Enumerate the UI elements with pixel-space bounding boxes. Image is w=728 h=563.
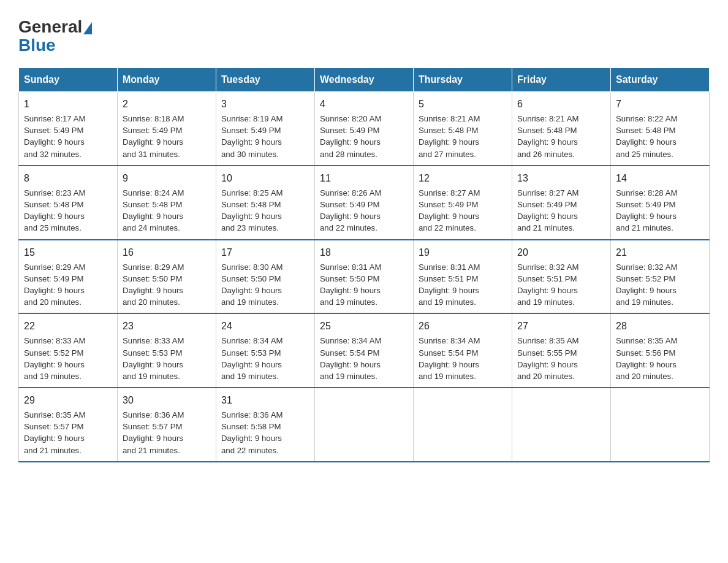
- day-number: 2: [123, 97, 211, 111]
- calendar-cell: 26Sunrise: 8:34 AMSunset: 5:54 PMDayligh…: [414, 313, 512, 388]
- day-number: 20: [517, 245, 605, 259]
- day-number: 31: [221, 393, 309, 407]
- weekday-header-saturday: Saturday: [611, 68, 710, 92]
- logo-triangle-icon: [83, 22, 92, 34]
- day-number: 3: [221, 97, 309, 111]
- calendar-cell: 11Sunrise: 8:26 AMSunset: 5:49 PMDayligh…: [315, 166, 414, 240]
- calendar-cell: 5Sunrise: 8:21 AMSunset: 5:48 PMDaylight…: [414, 92, 512, 166]
- calendar-table: SundayMondayTuesdayWednesdayThursdayFrid…: [18, 67, 710, 462]
- day-number: 30: [123, 393, 211, 407]
- day-info: Sunrise: 8:27 AMSunset: 5:49 PMDaylight:…: [419, 187, 507, 234]
- calendar-cell: [414, 388, 512, 462]
- day-info: Sunrise: 8:27 AMSunset: 5:49 PMDaylight:…: [517, 187, 605, 234]
- day-info: Sunrise: 8:36 AMSunset: 5:57 PMDaylight:…: [123, 409, 211, 456]
- day-info: Sunrise: 8:34 AMSunset: 5:54 PMDaylight:…: [320, 335, 408, 382]
- day-number: 7: [616, 97, 704, 111]
- day-info: Sunrise: 8:32 AMSunset: 5:51 PMDaylight:…: [517, 261, 605, 308]
- day-info: Sunrise: 8:17 AMSunset: 5:49 PMDaylight:…: [24, 113, 112, 160]
- day-info: Sunrise: 8:31 AMSunset: 5:51 PMDaylight:…: [419, 261, 507, 308]
- page-header: General Blue: [18, 18, 710, 55]
- calendar-cell: 10Sunrise: 8:25 AMSunset: 5:48 PMDayligh…: [216, 166, 315, 240]
- calendar-cell: 17Sunrise: 8:30 AMSunset: 5:50 PMDayligh…: [216, 240, 315, 314]
- day-info: Sunrise: 8:28 AMSunset: 5:49 PMDaylight:…: [616, 187, 704, 234]
- week-row-2: 8Sunrise: 8:23 AMSunset: 5:48 PMDaylight…: [19, 166, 710, 240]
- day-number: 23: [123, 319, 211, 333]
- day-info: Sunrise: 8:35 AMSunset: 5:55 PMDaylight:…: [517, 335, 605, 382]
- logo-blue-text: Blue: [18, 36, 56, 55]
- day-info: Sunrise: 8:36 AMSunset: 5:58 PMDaylight:…: [221, 409, 309, 456]
- calendar-cell: 21Sunrise: 8:32 AMSunset: 5:52 PMDayligh…: [611, 240, 710, 314]
- calendar-cell: 24Sunrise: 8:34 AMSunset: 5:53 PMDayligh…: [216, 313, 315, 388]
- day-info: Sunrise: 8:35 AMSunset: 5:56 PMDaylight:…: [616, 335, 704, 382]
- day-number: 14: [616, 171, 704, 185]
- day-number: 11: [320, 171, 408, 185]
- logo: General Blue: [18, 18, 93, 55]
- weekday-header-monday: Monday: [118, 68, 216, 92]
- calendar-cell: 28Sunrise: 8:35 AMSunset: 5:56 PMDayligh…: [611, 313, 710, 388]
- calendar-cell: [611, 388, 710, 462]
- calendar-cell: 14Sunrise: 8:28 AMSunset: 5:49 PMDayligh…: [611, 166, 710, 240]
- day-number: 5: [419, 97, 507, 111]
- calendar-cell: 27Sunrise: 8:35 AMSunset: 5:55 PMDayligh…: [512, 313, 611, 388]
- day-info: Sunrise: 8:32 AMSunset: 5:52 PMDaylight:…: [616, 261, 704, 308]
- day-number: 25: [320, 319, 408, 333]
- day-info: Sunrise: 8:31 AMSunset: 5:50 PMDaylight:…: [320, 261, 408, 308]
- day-info: Sunrise: 8:29 AMSunset: 5:49 PMDaylight:…: [24, 261, 112, 308]
- calendar-cell: 8Sunrise: 8:23 AMSunset: 5:48 PMDaylight…: [19, 166, 118, 240]
- calendar-cell: 18Sunrise: 8:31 AMSunset: 5:50 PMDayligh…: [315, 240, 414, 314]
- day-number: 16: [123, 245, 211, 259]
- calendar-cell: 1Sunrise: 8:17 AMSunset: 5:49 PMDaylight…: [19, 92, 118, 166]
- calendar-cell: 12Sunrise: 8:27 AMSunset: 5:49 PMDayligh…: [414, 166, 512, 240]
- calendar-cell: [315, 388, 414, 462]
- calendar-cell: 23Sunrise: 8:33 AMSunset: 5:53 PMDayligh…: [118, 313, 216, 388]
- calendar-cell: 20Sunrise: 8:32 AMSunset: 5:51 PMDayligh…: [512, 240, 611, 314]
- calendar-cell: 13Sunrise: 8:27 AMSunset: 5:49 PMDayligh…: [512, 166, 611, 240]
- calendar-cell: [512, 388, 611, 462]
- day-info: Sunrise: 8:33 AMSunset: 5:52 PMDaylight:…: [24, 335, 112, 382]
- calendar-cell: 19Sunrise: 8:31 AMSunset: 5:51 PMDayligh…: [414, 240, 512, 314]
- day-number: 8: [24, 171, 112, 185]
- week-row-3: 15Sunrise: 8:29 AMSunset: 5:49 PMDayligh…: [19, 240, 710, 314]
- day-number: 27: [517, 319, 605, 333]
- day-number: 19: [419, 245, 507, 259]
- day-info: Sunrise: 8:26 AMSunset: 5:49 PMDaylight:…: [320, 187, 408, 234]
- day-number: 1: [24, 97, 112, 111]
- day-number: 29: [24, 393, 112, 407]
- week-row-5: 29Sunrise: 8:35 AMSunset: 5:57 PMDayligh…: [19, 388, 710, 462]
- weekday-header-wednesday: Wednesday: [315, 68, 414, 92]
- day-number: 10: [221, 171, 309, 185]
- calendar-cell: 3Sunrise: 8:19 AMSunset: 5:49 PMDaylight…: [216, 92, 315, 166]
- calendar-cell: 30Sunrise: 8:36 AMSunset: 5:57 PMDayligh…: [118, 388, 216, 462]
- day-number: 26: [419, 319, 507, 333]
- day-info: Sunrise: 8:25 AMSunset: 5:48 PMDaylight:…: [221, 187, 309, 234]
- calendar-cell: 6Sunrise: 8:21 AMSunset: 5:48 PMDaylight…: [512, 92, 611, 166]
- day-number: 18: [320, 245, 408, 259]
- day-number: 17: [221, 245, 309, 259]
- day-info: Sunrise: 8:22 AMSunset: 5:48 PMDaylight:…: [616, 113, 704, 160]
- day-info: Sunrise: 8:21 AMSunset: 5:48 PMDaylight:…: [517, 113, 605, 160]
- day-number: 21: [616, 245, 704, 259]
- day-info: Sunrise: 8:29 AMSunset: 5:50 PMDaylight:…: [123, 261, 211, 308]
- day-info: Sunrise: 8:35 AMSunset: 5:57 PMDaylight:…: [24, 409, 112, 456]
- day-number: 15: [24, 245, 112, 259]
- calendar-cell: 25Sunrise: 8:34 AMSunset: 5:54 PMDayligh…: [315, 313, 414, 388]
- calendar-cell: 9Sunrise: 8:24 AMSunset: 5:48 PMDaylight…: [118, 166, 216, 240]
- day-number: 12: [419, 171, 507, 185]
- weekday-header-tuesday: Tuesday: [216, 68, 315, 92]
- day-info: Sunrise: 8:24 AMSunset: 5:48 PMDaylight:…: [123, 187, 211, 234]
- day-number: 22: [24, 319, 112, 333]
- day-info: Sunrise: 8:20 AMSunset: 5:49 PMDaylight:…: [320, 113, 408, 160]
- day-info: Sunrise: 8:34 AMSunset: 5:54 PMDaylight:…: [419, 335, 507, 382]
- weekday-header-thursday: Thursday: [414, 68, 512, 92]
- calendar-cell: 16Sunrise: 8:29 AMSunset: 5:50 PMDayligh…: [118, 240, 216, 314]
- day-info: Sunrise: 8:18 AMSunset: 5:49 PMDaylight:…: [123, 113, 211, 160]
- logo-general-text: General: [18, 18, 82, 36]
- week-row-1: 1Sunrise: 8:17 AMSunset: 5:49 PMDaylight…: [19, 92, 710, 166]
- calendar-cell: 7Sunrise: 8:22 AMSunset: 5:48 PMDaylight…: [611, 92, 710, 166]
- day-info: Sunrise: 8:30 AMSunset: 5:50 PMDaylight:…: [221, 261, 309, 308]
- calendar-cell: 4Sunrise: 8:20 AMSunset: 5:49 PMDaylight…: [315, 92, 414, 166]
- day-info: Sunrise: 8:33 AMSunset: 5:53 PMDaylight:…: [123, 335, 211, 382]
- calendar-cell: 31Sunrise: 8:36 AMSunset: 5:58 PMDayligh…: [216, 388, 315, 462]
- week-row-4: 22Sunrise: 8:33 AMSunset: 5:52 PMDayligh…: [19, 313, 710, 388]
- day-number: 4: [320, 97, 408, 111]
